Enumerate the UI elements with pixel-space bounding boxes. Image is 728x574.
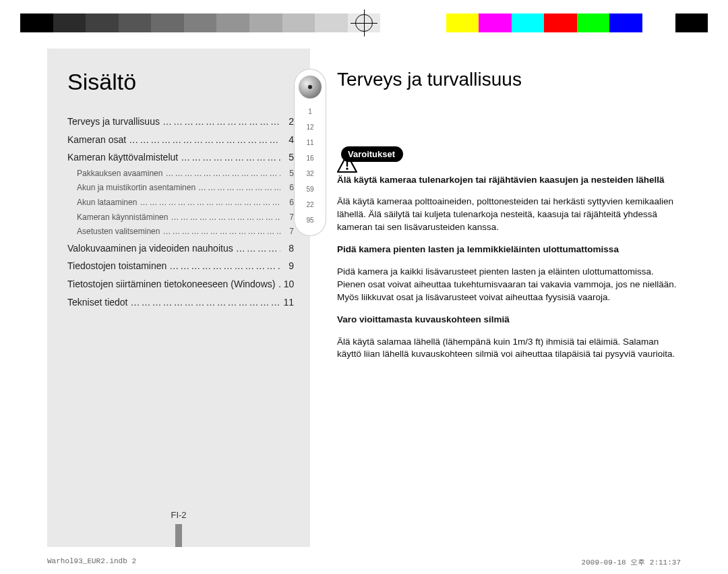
toc-label: Kameran käynnistäminen xyxy=(77,210,168,225)
page-number: FI-2 xyxy=(171,510,186,520)
toc-page-number: 5 xyxy=(280,167,294,181)
registration-mark xyxy=(351,9,377,36)
toc-label: Tiedostojen toistaminen xyxy=(67,257,166,275)
toc-page-number: 2 xyxy=(280,113,294,131)
toc-row: Kameran osat…………………………………………4 xyxy=(67,131,294,149)
color-swatch xyxy=(413,13,446,32)
warning-paragraph: Pidä kamera ja kaikki lisävarusteet pien… xyxy=(337,266,681,304)
toc-page-number: 8 xyxy=(280,239,294,258)
color-swatch xyxy=(216,13,249,32)
toc-row: Asetusten valitseminen…………………………………………7 xyxy=(67,225,294,239)
warning-paragraph: Älä käytä kameraa polttoaineiden, poltto… xyxy=(337,196,681,234)
thumb-index-number: 12 xyxy=(297,119,324,135)
toc-row: Pakkauksen avaaminen…………………………………………5 xyxy=(67,167,294,181)
footer-timestamp: 2009-09-18 오후 2:11:37 xyxy=(582,557,681,567)
toc-label: Akun ja muistikortin asentaminen xyxy=(77,181,195,196)
toc-label: Kameran osat xyxy=(67,131,126,149)
color-swatch xyxy=(53,13,86,32)
toc-page-number: 11 xyxy=(280,293,294,312)
color-swatch xyxy=(577,13,610,32)
toc-label: Akun lataaminen xyxy=(77,196,137,210)
toc-label: Tietostojen siirtäminen tietokoneeseen (… xyxy=(67,275,275,293)
toc-page-number: 4 xyxy=(280,131,294,149)
section-heading: Terveys ja turvallisuus xyxy=(337,69,681,90)
toc-row: Terveys ja turvallisuus…………………………………………2 xyxy=(67,113,294,131)
color-swatch xyxy=(315,13,348,32)
toc-row: Kameran käynnistäminen…………………………………………7 xyxy=(67,210,294,225)
cd-disc-icon xyxy=(299,76,322,98)
toc-label: Kameran käyttövalmistelut xyxy=(67,148,178,167)
toc-row: Tiedostojen toistaminen…………………………………………9 xyxy=(67,257,294,275)
toc-row: Tekniset tiedot…………………………………………11 xyxy=(67,293,294,312)
toc-row: Akun lataaminen…………………………………………6 xyxy=(67,196,294,210)
toc-page-number: 5 xyxy=(280,148,294,167)
warning-subhead: Älä käytä kameraa tulenarkojen tai räjäh… xyxy=(337,174,681,187)
toc-label: Valokuvaaminen ja videoiden nauhoitus xyxy=(67,239,233,258)
toc-row: Akun ja muistikortin asentaminen……………………… xyxy=(67,181,294,196)
thumb-index-number: 32 xyxy=(297,166,324,181)
thumb-index-number: 1 xyxy=(297,104,324,119)
toc-label: Terveys ja turvallisuus xyxy=(67,113,160,131)
warning-subhead: Pidä kamera pienten lasten ja lemmikkiel… xyxy=(337,243,681,256)
footer-file: Warhol93_EUR2.indb 2 xyxy=(47,557,136,567)
color-swatch xyxy=(119,13,152,32)
toc-page-number: 6 xyxy=(280,181,294,196)
color-swatch xyxy=(479,13,512,32)
toc-page-number: 6 xyxy=(280,196,294,210)
warning-subhead: Varo vioittamasta kuvauskohteen silmiä xyxy=(337,314,681,326)
toc-label: Tekniset tiedot xyxy=(67,293,128,312)
color-swatch xyxy=(446,13,479,32)
toc-page-number: 10 xyxy=(280,275,294,293)
content-panel: Terveys ja turvallisuus Varoitukset Älä … xyxy=(337,49,681,547)
toc-row: Kameran käyttövalmistelut………………………………………… xyxy=(67,148,294,167)
svg-point-2 xyxy=(346,168,348,170)
toc-label: Pakkauksen avaaminen xyxy=(77,167,162,181)
toc-page-number: 7 xyxy=(280,210,294,225)
warning-badge: Varoitukset xyxy=(337,146,403,162)
toc-page-number: 7 xyxy=(280,225,294,239)
color-swatch xyxy=(151,13,184,32)
color-swatch xyxy=(86,13,119,32)
color-swatch xyxy=(544,13,577,32)
color-swatch xyxy=(249,13,282,32)
color-swatch xyxy=(642,13,675,32)
warning-paragraph: Älä käytä salamaa lähellä (lähempänä kui… xyxy=(337,336,681,362)
thumb-index-number: 95 xyxy=(297,212,324,228)
color-swatch xyxy=(282,13,315,32)
thumb-index-number: 11 xyxy=(297,135,324,150)
toc-row: Tietostojen siirtäminen tietokoneeseen (… xyxy=(67,275,294,293)
thumb-index-number: 22 xyxy=(297,197,324,212)
toc-row: Valokuvaaminen ja videoiden nauhoitus………… xyxy=(67,239,294,258)
color-swatch xyxy=(20,13,53,32)
thumb-index-number: 16 xyxy=(297,150,324,166)
toc-panel: Sisältö Terveys ja turvallisuus………………………… xyxy=(47,49,310,547)
toc-label: Asetusten valitseminen xyxy=(77,225,160,239)
color-swatch xyxy=(512,13,545,32)
page-tab-mark xyxy=(175,524,182,547)
color-swatch xyxy=(675,13,708,32)
toc-list: Terveys ja turvallisuus…………………………………………2… xyxy=(67,113,294,311)
toc-page-number: 9 xyxy=(280,257,294,275)
print-footer: Warhol93_EUR2.indb 2 2009-09-18 오후 2:11:… xyxy=(47,557,681,567)
toc-heading: Sisältö xyxy=(67,69,294,95)
warning-body: Älä käytä kameraa tulenarkojen tai räjäh… xyxy=(337,174,681,362)
thumb-index-number: 59 xyxy=(297,181,324,197)
color-swatch xyxy=(184,13,217,32)
color-swatch xyxy=(609,13,642,32)
thumb-index-tab: 112111632592295 xyxy=(294,69,326,236)
color-swatch xyxy=(380,13,413,32)
